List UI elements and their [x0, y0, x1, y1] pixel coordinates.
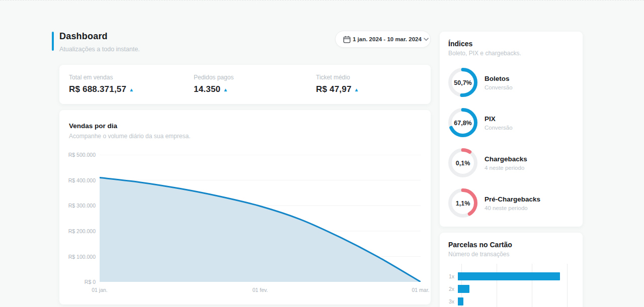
chevron-down-icon [424, 38, 429, 41]
index-sublabel: Conversão [485, 125, 513, 131]
stat-value: R$ 688.371,57▲ [69, 84, 194, 94]
trend-up-icon: ▲ [354, 87, 359, 92]
indices-subtitle: Boleto, PIX e chargebacks. [448, 50, 574, 57]
index-label: Boletos [485, 75, 513, 82]
sales-area-fill [100, 178, 421, 282]
stat-label: Total em vendas [69, 74, 194, 81]
sales-chart-subtitle: Acompanhe o volume diário da sua empresa… [69, 133, 190, 140]
indices-title: Índices [448, 40, 574, 48]
page-title: Dashboard [59, 31, 108, 42]
stat-label: Pedidos pagos [194, 74, 316, 81]
svg-text:67,8%: 67,8% [454, 120, 471, 127]
stat-ticket-medio: Ticket médio R$ 47,97▲ [316, 74, 431, 104]
donut-chart-boletos: 50,7% [448, 68, 477, 97]
sales-plot-area [100, 155, 421, 282]
svg-text:50,7%: 50,7% [454, 79, 471, 86]
index-row-chargebacks: 0,1% Chargebacks 4 neste periodo [448, 143, 574, 183]
donut-chart-chargebacks: 0,1% [448, 148, 477, 177]
sales-per-day-card: Vendas por dia Acompanhe o volume diário… [59, 110, 431, 304]
indices-card: Índices Boleto, PIX e chargebacks. 50,7%… [440, 32, 583, 227]
index-row-boletos: 50,7% Boletos Conversão [448, 62, 574, 103]
y-axis-tick: R$ 300.000 [59, 202, 96, 209]
bar-category-label: 2x [440, 286, 458, 292]
index-label: Pré-Chargebacks [485, 195, 540, 203]
title-accent-bar [52, 32, 54, 51]
index-sublabel: 4 neste periodo [485, 165, 527, 171]
parcelas-title: Parcelas no Cartão [448, 241, 583, 249]
y-axis-tick: R$ 0 [59, 279, 96, 285]
parcelas-card: Parcelas no Cartão Número de transações … [440, 233, 583, 307]
y-axis-tick: R$ 400.000 [59, 177, 96, 183]
donut-chart-pix: 67,8% [448, 108, 477, 137]
index-label: Chargebacks [485, 155, 527, 163]
stat-total-vendas: Total em vendas R$ 688.371,57▲ [69, 74, 194, 104]
date-range-picker[interactable]: 1 jan. 2024 - 10 mar. 2024 [335, 31, 431, 48]
parcelas-bar-chart: 1x 2x 3x [440, 270, 571, 307]
y-axis-tick: R$ 200.000 [59, 228, 96, 234]
svg-text:1,1%: 1,1% [456, 200, 470, 207]
x-axis-tick: 01 fev. [253, 287, 268, 293]
stat-pedidos-pagos: Pedidos pagos 14.350▲ [194, 74, 316, 104]
parcelas-subtitle: Número de transações [448, 251, 583, 258]
date-range-label: 1 jan. 2024 - 10 mar. 2024 [351, 36, 424, 42]
index-sublabel: Conversão [485, 84, 513, 90]
bar-2x [458, 285, 469, 293]
x-axis-tick: 01 jan. [92, 287, 108, 293]
indices-list: 50,7% Boletos Conversão 67,8% PIX Conver… [448, 62, 574, 223]
bar-3x [458, 297, 463, 305]
y-axis-tick: R$ 500.000 [59, 152, 96, 158]
trend-up-icon: ▲ [223, 87, 228, 92]
trend-up-icon: ▲ [129, 87, 134, 92]
donut-chart-pre-chargebacks: 1,1% [448, 188, 477, 218]
bar-row-2x: 2x [440, 282, 571, 295]
bar-row-1x: 1x [440, 270, 571, 282]
bar-category-label: 1x [440, 273, 458, 279]
index-sublabel: 40 neste periodo [485, 205, 540, 211]
stat-value: R$ 47,97▲ [316, 84, 431, 94]
bar-category-label: 3x [440, 298, 458, 304]
stat-value: 14.350▲ [194, 84, 316, 94]
bar-1x [458, 272, 560, 280]
bar-row-3x: 3x [440, 295, 571, 307]
stats-summary-card: Total em vendas R$ 688.371,57▲ Pedidos p… [59, 65, 431, 104]
sales-chart-title: Vendas por dia [69, 122, 117, 130]
x-axis-tick: 01 mar. [412, 287, 429, 293]
svg-text:0,1%: 0,1% [456, 160, 470, 167]
page-subtitle: Atualizações a todo instante. [59, 46, 140, 53]
y-axis-tick: R$ 100.000 [59, 254, 96, 260]
stat-label: Ticket médio [316, 74, 431, 81]
index-row-pre-chargebacks: 1,1% Pré-Chargebacks 40 neste periodo [448, 183, 574, 223]
index-label: PIX [485, 115, 513, 123]
index-row-pix: 67,8% PIX Conversão [448, 103, 574, 143]
sales-line-chart [100, 155, 421, 282]
calendar-icon [343, 36, 351, 43]
